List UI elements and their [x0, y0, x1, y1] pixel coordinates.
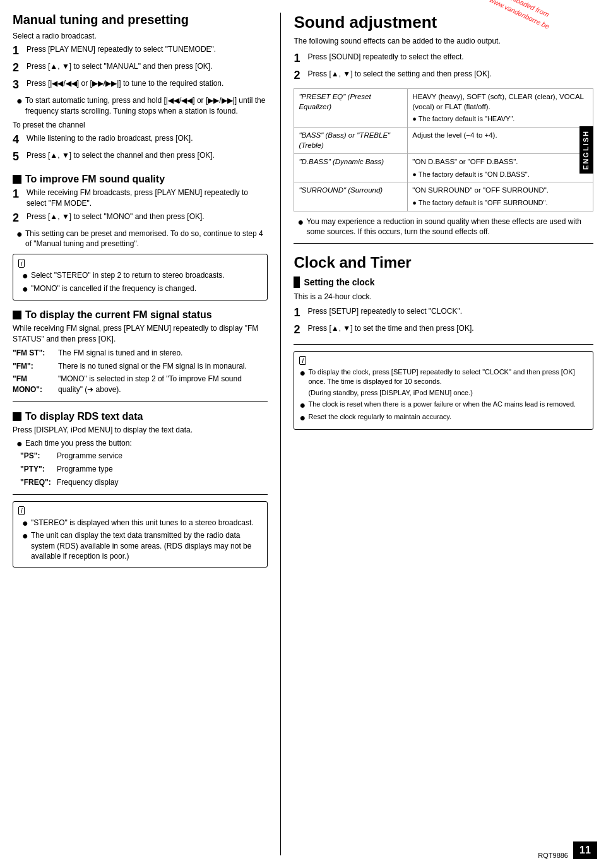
note2-bullet2: ● The unit can display the text data tra… [18, 530, 262, 561]
fm-step-2-num: 2 [13, 210, 27, 226]
ps-text: Programme service [57, 451, 122, 461]
black-square-icon-2 [13, 311, 21, 319]
fm-mono-item: "FM MONO": "MONO" is selected in step 2 … [13, 374, 268, 395]
fm-step-2: 2 Press [▲, ▼] to select "MONO" and then… [13, 211, 268, 226]
sound-table-right: Adjust the level (−4 to +4). [408, 128, 593, 154]
note2-dot2: ● [22, 530, 31, 561]
black-square-icon [13, 175, 21, 184]
ps-item: "PS": Programme service [20, 451, 268, 461]
clock-note-bullet-item: ●To display the clock, press [SETUP] rep… [299, 367, 588, 386]
page-number: 11 [573, 841, 597, 859]
fm-st-item: "FM ST": The FM signal is tuned and in s… [13, 348, 268, 359]
note1-bullet1: ● Select "STEREO" in step 2 to return to… [18, 270, 262, 282]
fm-st-text: The FM signal is tuned and in stereo. [58, 348, 182, 359]
setting-clock-label: Setting the clock [304, 277, 374, 287]
rds-intro: Press [DISPLAY, iPod MENU] to display th… [13, 425, 268, 436]
note2-dot1: ● [22, 518, 31, 529]
step-4-num: 4 [13, 132, 27, 148]
sound-footer-text: You may experience a reduction in sound … [306, 217, 593, 237]
auto-tune-bullet: ● To start automatic tuning, press and h… [13, 95, 268, 116]
divider-4 [294, 344, 593, 345]
step-3-text: Press [|◀◀/◀◀] or [▶▶/▶▶|] to tune to th… [27, 78, 268, 93]
step-5-text: Press [▲, ▼] to select the channel and t… [27, 150, 268, 165]
bullet-dot-1: ● [16, 95, 25, 116]
clock-note-bullet-item: ●The clock is reset when there is a powe… [299, 400, 588, 411]
clock-step-1-num: 1 [294, 305, 307, 321]
fm-text: There is no tuned signal or the FM signa… [58, 361, 247, 372]
sound-step-1-num: 1 [294, 51, 307, 66]
english-sidebar: ENGLISH [579, 126, 593, 174]
step-1: 1 Press [PLAY MENU] repeatedly to select… [13, 44, 268, 59]
fm-preset-text: This setting can be preset and memorised… [25, 229, 268, 249]
step-1-text: Press [PLAY MENU] repeatedly to select "… [27, 44, 268, 59]
rds-items: "PS": Programme service "PTY": Programme… [13, 451, 268, 487]
rds-title: To display RDS text data [13, 411, 268, 422]
ps-label: "PS": [20, 451, 57, 461]
pty-label: "PTY": [20, 464, 57, 475]
step-2-num: 2 [13, 60, 27, 76]
model-number: RQT9886 [538, 852, 568, 859]
divider-3 [294, 243, 593, 244]
sound-table-left: "BASS" (Bass) or "TREBLE" (Treble) [294, 128, 408, 154]
preset-channel-intro: To preset the channel [13, 120, 268, 131]
note2-text1: "STEREO" is displayed when this unit tun… [31, 518, 262, 529]
fm-preset-bullet: ● This setting can be preset and memoris… [13, 229, 268, 249]
left-column: Manual tuning and presetting Select a ra… [13, 13, 281, 855]
fm-status-intro: While receiving FM signal, press [PLAY M… [13, 323, 268, 345]
sound-table-left: "PRESET EQ" (Preset Equalizer) [294, 89, 408, 128]
fm-step-1-num: 1 [13, 186, 27, 209]
fm-status-items: "FM ST": The FM signal is tuned and in s… [13, 348, 268, 395]
divider-2 [13, 494, 268, 495]
fm-step-1-text: While receiving FM broadcasts, press [PL… [27, 187, 268, 209]
note-icon-1: i [18, 258, 262, 268]
bullet-dot-2: ● [16, 229, 25, 249]
clock-note-box: i ●To display the clock, press [SETUP] r… [294, 351, 593, 430]
step-1-num: 1 [13, 43, 27, 59]
note2-text2: The unit can display the text data trans… [31, 530, 262, 561]
clock-step-2: 2 Press [▲, ▼] to set the time and then … [294, 323, 593, 338]
sound-table-row: "BASS" (Bass) or "TREBLE" (Treble)Adjust… [294, 128, 593, 154]
divider-1 [13, 401, 268, 402]
step-3: 3 Press [|◀◀/◀◀] or [▶▶/▶▶|] to tune to … [13, 78, 268, 93]
step-5: 5 Press [▲, ▼] to select the channel and… [13, 150, 268, 165]
sound-step-1: 1 Press [SOUND] repeatedly to select the… [294, 52, 593, 66]
clock-step-2-num: 2 [294, 322, 307, 338]
rds-button-text: Each time you press the button: [25, 438, 268, 449]
clock-note-bullet-item: (During standby, press [DISPLAY, iPod ME… [299, 388, 588, 398]
step-2: 2 Press [▲, ▼] to select "MANUAL" and th… [13, 61, 268, 76]
sound-table-left: "SURROUND" (Surround) [294, 182, 408, 211]
fm-label: "FM": [13, 361, 58, 372]
freq-label: "FREQ": [20, 477, 57, 488]
step-5-num: 5 [13, 149, 27, 165]
sound-table-row: "PRESET EQ" (Preset Equalizer)HEAVY (hea… [294, 89, 593, 128]
freq-text: Frequency display [57, 477, 118, 488]
fm-quality-title: To improve FM sound quality [13, 174, 268, 185]
black-square-icon-3 [13, 412, 21, 421]
step-4-text: While listening to the radio broadcast, … [27, 133, 268, 148]
pty-item: "PTY": Programme type [20, 464, 268, 475]
note1-dot2: ● [22, 283, 31, 295]
setting-clock-sub: Setting the clock [294, 276, 593, 288]
bullet-dot-3: ● [16, 438, 25, 449]
fm-step-2-text: Press [▲, ▼] to select "MONO" and then p… [27, 211, 268, 226]
step-2-text: Press [▲, ▼] to select "MANUAL" and then… [27, 61, 268, 76]
sound-table: "PRESET EQ" (Preset Equalizer)HEAVY (hea… [294, 88, 593, 211]
clock-intro: This is a 24-hour clock. [294, 292, 593, 302]
freq-item: "FREQ": Frequency display [20, 477, 268, 488]
fm-status-title: To display the current FM signal status [13, 309, 268, 321]
sound-footer-dot: ● [297, 217, 306, 237]
sound-table-left: "D.BASS" (Dynamic Bass) [294, 154, 408, 182]
note1-text1: Select "STEREO" in step 2 to return to s… [31, 270, 262, 282]
sound-step-2-num: 2 [294, 68, 307, 83]
fm-item: "FM": There is no tuned signal or the FM… [13, 361, 268, 372]
clock-step-2-text: Press [▲, ▼] to set the time and then pr… [307, 323, 593, 338]
sound-table-right: "ON D.BASS" or "OFF D.BASS".● The factor… [408, 154, 593, 182]
sound-table-row: "SURROUND" (Surround)"ON SURROUND" or "O… [294, 182, 593, 211]
pty-text: Programme type [57, 464, 113, 475]
sound-table-row: "D.BASS" (Dynamic Bass)"ON D.BASS" or "O… [294, 154, 593, 182]
clock-note-bullets: ●To display the clock, press [SETUP] rep… [299, 367, 588, 424]
note1-text2: "MONO" is cancelled if the frequency is … [31, 283, 262, 295]
sound-step-1-text: Press [SOUND] repeatedly to select the e… [307, 52, 593, 66]
rds-button-intro: ● Each time you press the button: [13, 438, 268, 449]
sound-step-2: 2 Press [▲, ▼] to select the setting and… [294, 69, 593, 83]
